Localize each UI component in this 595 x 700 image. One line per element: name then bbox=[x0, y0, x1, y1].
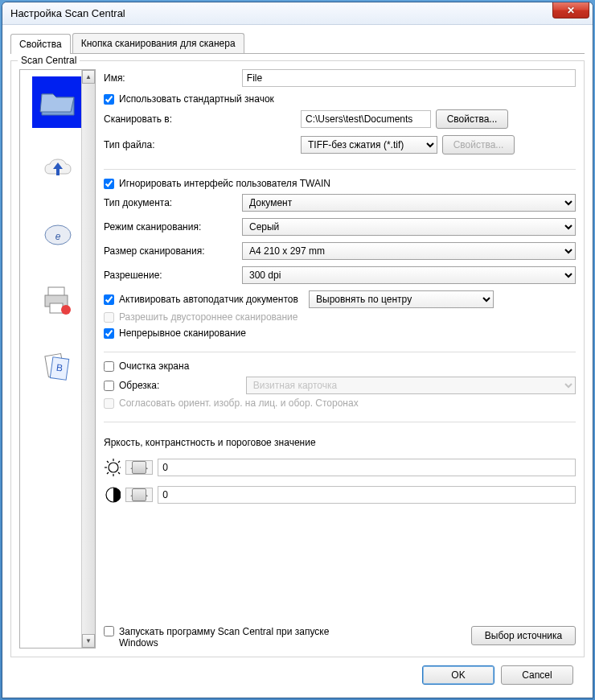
scan-mode-label: Режим сканирования: bbox=[104, 221, 242, 233]
name-input[interactable] bbox=[242, 69, 576, 87]
contrast-value-input[interactable] bbox=[158, 486, 576, 504]
adf-checkbox[interactable] bbox=[104, 294, 114, 305]
screen-cleanup-checkbox[interactable] bbox=[104, 361, 114, 372]
resolution-label: Разрешение: bbox=[104, 270, 242, 281]
destination-sidebar: e B ▲ ▼ bbox=[19, 69, 96, 649]
svg-line-14 bbox=[107, 461, 109, 463]
match-orient-label: Согласовать ориент. изобр. на лиц. и обо… bbox=[119, 397, 359, 409]
brightness-section-title: Яркость, контранстность и пороговое знач… bbox=[104, 437, 576, 448]
sidebar-item-app[interactable]: B bbox=[32, 340, 84, 392]
scan-mode-select[interactable]: Серый bbox=[242, 218, 576, 236]
groupbox-title: Scan Central bbox=[18, 55, 80, 66]
window-title: Настройка Scan Central bbox=[10, 7, 125, 19]
scroll-down-button[interactable]: ▼ bbox=[82, 634, 95, 648]
titlebar: Настройка Scan Central ✕ bbox=[2, 2, 593, 25]
close-icon: ✕ bbox=[567, 5, 575, 16]
ok-button[interactable]: OK bbox=[422, 665, 494, 685]
crop-label: Обрезка: bbox=[119, 380, 159, 391]
svg-line-15 bbox=[118, 472, 120, 474]
scroll-up-button[interactable]: ▲ bbox=[82, 70, 95, 84]
continuous-label: Непрерывное сканирование bbox=[119, 327, 246, 339]
folder-icon bbox=[39, 86, 77, 118]
divider-2 bbox=[104, 352, 576, 352]
email-icon: e bbox=[40, 220, 76, 248]
svg-line-17 bbox=[107, 472, 109, 474]
sidebar-item-print[interactable] bbox=[32, 274, 84, 326]
scan-size-select[interactable]: A4 210 x 297 mm bbox=[242, 242, 576, 260]
svg-line-16 bbox=[118, 461, 120, 463]
default-icon-label: Использовать стандартный значок bbox=[119, 93, 274, 105]
contrast-icon bbox=[104, 485, 121, 504]
brightness-thumb[interactable] bbox=[132, 461, 146, 474]
close-button[interactable]: ✕ bbox=[552, 2, 589, 19]
printer-icon bbox=[40, 284, 76, 316]
cloud-upload-icon bbox=[40, 154, 76, 182]
default-icon-checkbox[interactable] bbox=[104, 94, 114, 105]
contrast-thumb[interactable] bbox=[132, 488, 146, 501]
brightness-slider[interactable]: ◄ ► bbox=[125, 460, 153, 475]
doc-type-select[interactable]: Документ bbox=[242, 194, 576, 212]
crop-select: Визитная карточка bbox=[246, 377, 576, 394]
divider-1 bbox=[104, 169, 576, 170]
dialog-button-row: OK Cancel bbox=[10, 657, 585, 696]
alignment-select[interactable]: Выровнять по центру bbox=[309, 290, 494, 308]
contrast-slider[interactable]: ◄ ► bbox=[125, 488, 153, 502]
name-label: Имя: bbox=[104, 72, 242, 84]
launch-on-start-checkbox[interactable] bbox=[104, 626, 114, 636]
launch-on-start-label: Запускать программу Scan Central при зап… bbox=[119, 626, 361, 649]
cancel-button[interactable]: Cancel bbox=[501, 665, 573, 685]
scan-central-group: Scan Central e bbox=[10, 60, 585, 657]
crop-checkbox[interactable] bbox=[104, 381, 114, 391]
divider-3 bbox=[104, 422, 576, 422]
ignore-twain-label: Игнорировать интерфейс пользователя TWAI… bbox=[119, 178, 330, 189]
resolution-select[interactable]: 300 dpi bbox=[242, 266, 576, 284]
duplex-checkbox bbox=[104, 312, 114, 323]
doc-type-label: Тип документа: bbox=[104, 197, 242, 208]
svg-text:e: e bbox=[55, 231, 60, 242]
scan-to-label: Сканировать в: bbox=[104, 113, 301, 125]
svg-point-5 bbox=[61, 305, 71, 315]
tab-scan-button[interactable]: Кнопка сканирования для сканера bbox=[72, 33, 244, 53]
duplex-label: Разрешить двустороннее сканирование bbox=[119, 311, 298, 323]
file-type-label: Тип файла: bbox=[104, 139, 301, 150]
match-orient-checkbox bbox=[104, 398, 114, 409]
sidebar-item-cloud[interactable] bbox=[32, 142, 84, 194]
content-area: Свойства Кнопка сканирования для сканера… bbox=[2, 25, 593, 698]
scan-size-label: Размер сканирования: bbox=[104, 245, 242, 257]
ignore-twain-checkbox[interactable] bbox=[104, 179, 114, 189]
form-area: Имя: Использовать стандартный значок Ска… bbox=[104, 69, 576, 649]
select-source-button[interactable]: Выбор источника bbox=[471, 626, 576, 645]
continuous-checkbox[interactable] bbox=[104, 328, 114, 339]
path-properties-button[interactable]: Свойства... bbox=[436, 109, 508, 129]
inner-layout: e B ▲ ▼ bbox=[19, 69, 576, 649]
brightness-icon bbox=[104, 458, 121, 477]
app-icon: B bbox=[40, 350, 76, 382]
sidebar-item-file[interactable] bbox=[32, 76, 84, 128]
scan-path-input[interactable] bbox=[301, 110, 431, 128]
svg-point-9 bbox=[109, 463, 118, 472]
dialog-window: Настройка Scan Central ✕ Свойства Кнопка… bbox=[2, 2, 593, 698]
tab-properties[interactable]: Свойства bbox=[10, 34, 71, 54]
sidebar-item-email[interactable]: e bbox=[32, 208, 84, 260]
svg-rect-4 bbox=[50, 303, 63, 313]
screen-cleanup-label: Очистка экрана bbox=[119, 360, 189, 372]
sidebar-scrollbar[interactable]: ▲ ▼ bbox=[81, 70, 95, 648]
adf-label: Активировать автоподатчик документов bbox=[119, 294, 298, 305]
file-type-select[interactable]: TIFF-без сжатия (*.tif) bbox=[301, 136, 437, 154]
brightness-value-input[interactable] bbox=[158, 459, 576, 476]
tab-strip: Свойства Кнопка сканирования для сканера bbox=[10, 33, 585, 54]
filetype-properties-button: Свойства... bbox=[442, 135, 515, 154]
